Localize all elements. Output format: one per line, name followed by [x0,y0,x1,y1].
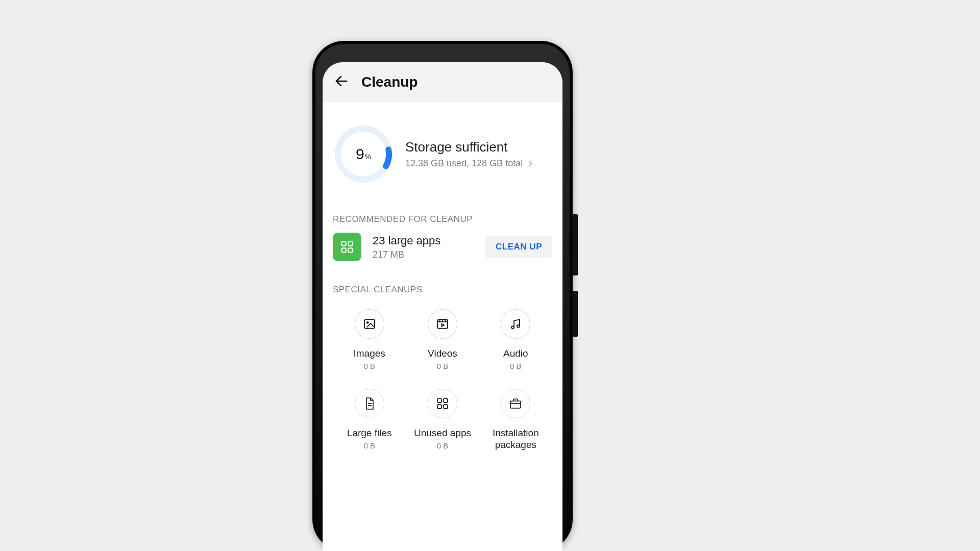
special-cleanup-audio[interactable]: Audio 0 B [479,309,552,370]
power-button [573,291,578,337]
special-cleanup-size: 0 B [437,362,449,370]
install-packages-icon [501,389,530,418]
svg-rect-23 [437,405,442,409]
app-bar: Cleanup [323,62,562,102]
phone-device-frame: Cleanup 9 % Stora [312,41,573,551]
special-cleanup-images[interactable]: Images 0 B [333,309,406,370]
page-content: 9 % Storage sufficient 12.38 GB used, 12… [323,102,562,551]
svg-point-7 [366,322,368,323]
special-cleanup-label: Images [354,348,385,360]
unused-apps-icon [428,389,457,418]
svg-rect-4 [342,248,346,252]
special-cleanups-grid: Images 0 B Videos [333,309,552,453]
storage-summary[interactable]: 9 % Storage sufficient 12.38 GB used, 12… [333,102,552,198]
recommended-section-label: RECOMMENDED FOR CLEANUP [333,198,552,233]
storage-donut: 9 % [335,126,392,183]
special-cleanup-label: Unused apps [414,428,471,439]
special-cleanup-install-packages[interactable]: Installation packages [479,389,552,453]
special-cleanup-size: 0 B [363,441,375,450]
storage-status-sub: 12.38 GB used, 128 GB total [405,158,523,169]
storage-percent-unit: % [365,148,371,161]
special-cleanup-size: 0 B [363,362,375,370]
large-files-icon [355,389,384,418]
svg-marker-13 [442,323,444,326]
special-cleanup-unused-apps[interactable]: Unused apps 0 B [406,389,479,453]
special-cleanup-label: Audio [503,348,528,360]
special-cleanup-label: Large files [347,428,392,439]
back-icon[interactable] [334,73,349,91]
special-cleanup-label: Videos [428,348,457,360]
svg-rect-24 [444,405,448,409]
special-cleanups-label: SPECIAL CLEANUPS [333,261,552,303]
recommended-item-title: 23 large apps [373,234,474,247]
audio-icon [501,309,530,339]
svg-rect-22 [444,398,448,403]
images-icon [355,309,384,339]
recommended-item-size: 217 MB [373,249,474,260]
chevron-right-icon [527,160,534,167]
storage-percent-number: 9 [356,145,364,163]
svg-rect-2 [342,242,346,246]
special-cleanup-size: 0 B [510,362,522,370]
special-cleanup-large-files[interactable]: Large files 0 B [333,389,406,453]
svg-line-18 [514,319,520,320]
recommended-item[interactable]: 23 large apps 217 MB CLEAN UP [333,233,552,261]
volume-button [573,214,578,276]
storage-status-title: Storage sufficient [405,139,552,155]
page-title: Cleanup [361,74,418,90]
special-cleanup-videos[interactable]: Videos 0 B [406,309,479,370]
svg-rect-25 [510,401,521,408]
clean-up-button[interactable]: CLEAN UP [485,236,552,258]
phone-screen: Cleanup 9 % Stora [323,62,562,551]
special-cleanup-size: 0 B [437,441,449,450]
svg-rect-5 [348,248,352,252]
apps-icon [333,233,361,261]
svg-rect-3 [348,242,352,246]
videos-icon [428,309,457,339]
svg-rect-21 [437,398,442,403]
special-cleanup-label: Installation packages [479,428,552,451]
